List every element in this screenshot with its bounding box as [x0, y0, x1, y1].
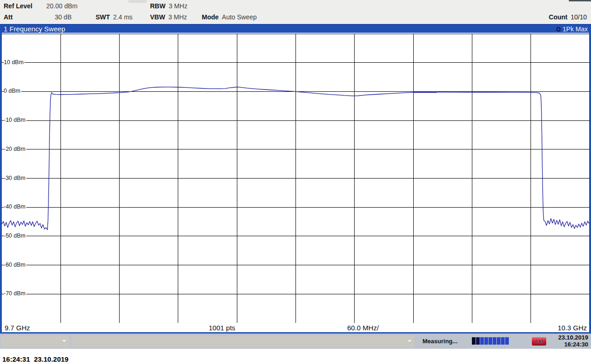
count-field[interactable]: Count 10/10	[549, 13, 587, 22]
count-label: Count	[549, 13, 567, 21]
sweep-progress-bar	[472, 337, 509, 345]
trace-window-title-bar: 1 Frequency Sweep 1Pk Max	[0, 24, 591, 33]
status-bar: Measuring... LXI 23.10.2019 16:24:30	[0, 334, 591, 349]
progress-segment	[480, 337, 484, 345]
y-axis-label: 0 dBm	[4, 88, 21, 95]
top-tab	[128, 0, 147, 3]
att-label: Att	[4, 13, 12, 21]
swt-field[interactable]: SWT 2.4 ms	[96, 13, 133, 22]
trace-led-icon	[556, 27, 561, 31]
screenshot-timestamp: 16:24:31 23.10.2019	[2, 355, 68, 363]
mode-label: Mode	[202, 13, 219, 21]
plot-border-left	[0, 33, 2, 334]
rbw-field[interactable]: RBW 3 MHz	[150, 2, 187, 11]
y-axis-label: -20 dBm	[4, 146, 26, 153]
trace-badge[interactable]: 1Pk Max	[556, 25, 588, 33]
status-date: 23.10.2019	[558, 334, 588, 341]
y-axis-label: -60 dBm	[4, 262, 26, 269]
y-axis-label: -50 dBm	[4, 233, 26, 239]
rbw-value: 3 MHz	[169, 2, 187, 10]
progress-segment	[488, 337, 492, 345]
x-axis-stop: 10.3 GHz	[558, 324, 587, 332]
progress-segment	[493, 337, 496, 345]
ref-level-field[interactable]: Ref Level 20.00 dBm	[4, 2, 78, 11]
sweep-points: 1001 pts	[209, 324, 235, 332]
header-bar: Ref Level 20.00 dBm RBW 3 MHz Att 30 dB …	[0, 0, 591, 24]
y-axis-label: -10 dBm	[4, 117, 26, 124]
status-datetime: 23.10.2019 16:24:30	[558, 334, 588, 348]
progress-segment	[501, 337, 505, 345]
y-axis-label: -70 dBm	[4, 290, 26, 297]
vbw-value: 3 MHz	[169, 13, 187, 21]
y-axis-label: 10 dBm	[4, 59, 24, 66]
mode-value: Auto Sweep	[222, 13, 257, 21]
chevron-down-icon	[62, 340, 66, 343]
corner-strip	[569, 0, 591, 1]
x-axis-scale: 60.0 MHz/	[347, 324, 379, 332]
count-value: 10/10	[571, 13, 587, 21]
lxi-icon[interactable]: LXI	[532, 337, 546, 346]
vbw-label: VBW	[150, 13, 165, 21]
swt-label: SWT	[96, 13, 110, 21]
status-time: 16:24:30	[558, 341, 588, 348]
trace-badge-label: 1Pk Max	[563, 25, 588, 33]
plot-background	[2, 33, 589, 332]
vbw-field[interactable]: VBW 3 MHz	[150, 13, 187, 22]
bottom-strip: 16:24:31 23.10.2019	[0, 349, 591, 364]
y-axis-label: -40 dBm	[4, 203, 26, 210]
x-axis-start: 9.7 GHz	[5, 324, 30, 332]
rbw-label: RBW	[150, 2, 165, 10]
status-dropdown-left[interactable]	[1, 335, 69, 347]
progress-segment	[476, 337, 480, 345]
progress-segment	[497, 337, 501, 345]
ref-level-label: Ref Level	[4, 2, 32, 10]
mode-field[interactable]: Mode Auto Sweep	[202, 13, 257, 22]
frequency-axis-row: 9.7 GHz 1001 pts 60.0 MHz/ 10.3 GHz	[2, 323, 589, 332]
window-title: 1 Frequency Sweep	[4, 25, 65, 33]
measuring-status-label: Measuring...	[422, 338, 458, 345]
status-dropdown-center[interactable]	[71, 335, 415, 347]
plot-border-right	[589, 33, 591, 334]
att-field[interactable]: Att 30 dB	[4, 13, 72, 22]
spectrum-analyzer-screen: Ref Level 20.00 dBm RBW 3 MHz Att 30 dB …	[0, 0, 591, 364]
swt-value: 2.4 ms	[113, 13, 133, 21]
chevron-down-icon	[407, 340, 412, 343]
progress-segment	[484, 337, 488, 345]
y-axis-label: -30 dBm	[4, 175, 26, 182]
att-value: 30 dB	[54, 13, 72, 21]
progress-segment	[472, 337, 476, 345]
progress-segment	[505, 337, 509, 345]
ref-level-value: 20.00 dBm	[46, 2, 78, 10]
